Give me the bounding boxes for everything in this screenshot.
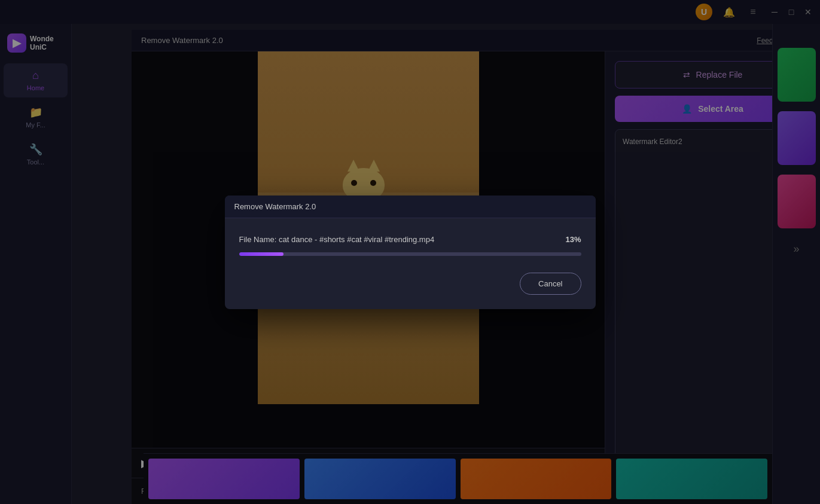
progress-file-row: File Name: cat dance - #shorts #cat #vir…: [239, 235, 581, 244]
progress-file-name: File Name: cat dance - #shorts #cat #vir…: [239, 235, 435, 244]
progress-dialog-title: Remove Watermark 2.0: [234, 202, 316, 211]
dialog-overlay: Remove Watermark 2.0 File Name: cat danc…: [0, 0, 820, 504]
progress-fill: [239, 252, 284, 256]
progress-track: [239, 252, 581, 256]
progress-dialog-body: File Name: cat dance - #shorts #cat #vir…: [225, 218, 596, 309]
progress-percent: 13%: [565, 235, 581, 244]
progress-actions: Cancel: [239, 273, 581, 295]
progress-dialog: Remove Watermark 2.0 File Name: cat danc…: [225, 196, 596, 309]
cancel-button[interactable]: Cancel: [520, 273, 581, 295]
progress-dialog-title-bar: Remove Watermark 2.0: [225, 196, 596, 218]
